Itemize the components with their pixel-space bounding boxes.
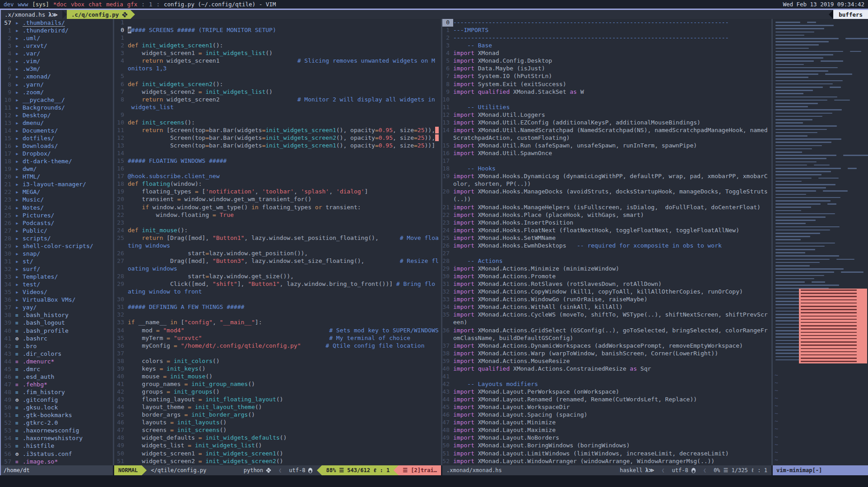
tree-file-item[interactable]: 50≡.gksu.lock <box>0 404 113 411</box>
tab-xmonad-hs[interactable]: .x/xmonad.hs λ≫ <box>0 10 62 19</box>
code-line[interactable]: 10 <box>442 96 771 104</box>
code-line[interactable]: 35import XMonad.Actions.CycleWS (moveTo,… <box>442 311 771 319</box>
code-line[interactable]: 39import XMonad.Actions.MouseResize <box>442 358 771 365</box>
code-line[interactable]: 5import XMonad.Config.Desktop <box>442 57 771 65</box>
code-line[interactable]: 27 Drag([mod], "Button3", lazy.window.se… <box>114 257 441 265</box>
code-line[interactable]: 26import XMonad.Hooks.EwmhDesktops -- re… <box>442 242 771 250</box>
code-line[interactable]: 13import XMonad.Util.EZConfig (additiona… <box>442 119 771 127</box>
code-line[interactable]: 30 <box>114 296 441 303</box>
code-line[interactable]: 18def floating(window): <box>114 180 441 188</box>
code-line[interactable]: 7import System.IO (hPutStrLn) <box>442 73 771 80</box>
code-line[interactable]: 47import XMonad.Layout.Minimize <box>442 419 771 427</box>
code-line[interactable]: 11 -- Utilities <box>442 104 771 111</box>
code-line[interactable]: 43 floating_layout = init_floating_layou… <box>114 396 441 404</box>
code-line[interactable]: een) <box>442 319 771 326</box>
code-line[interactable]: 38 colors = init_colors() <box>114 358 441 365</box>
code-line[interactable]: 34 mod = "mod4" # Sets mod key to SUPER/… <box>114 327 441 335</box>
code-line[interactable]: 36import XMonad.Actions.GridSelect (GSCo… <box>442 327 771 335</box>
vim-command-line[interactable] <box>0 475 868 487</box>
code-line[interactable]: 48import XMonad.Layout.Maximize <box>442 427 771 434</box>
code-line[interactable]: 51import XMonad.Layout.LimitWindows (lim… <box>442 450 771 458</box>
code-line[interactable]: olor, shorten, PP(..)) <box>442 180 771 188</box>
tree-folder-item[interactable]: 9▸.zoom/ <box>0 88 113 96</box>
code-line[interactable]: 4 return widgets_screen1 # Slicing remov… <box>114 57 441 65</box>
code-line[interactable]: 8 return widgets_screen2 # Monitor 2 wil… <box>114 96 441 104</box>
code-line[interactable]: 40 mouse = init_mouse() <box>114 373 441 381</box>
code-line[interactable]: 50import XMonad.Layout.BoringWindows (bo… <box>442 442 771 450</box>
code-line[interactable]: 10def init_screens(): <box>114 119 441 127</box>
workspace-tag[interactable]: chat <box>88 1 102 8</box>
tree-folder-item[interactable]: 11▸Backgrounds/ <box>0 104 113 111</box>
code-line[interactable]: 45 border_args = init_border_args() <box>114 411 441 419</box>
code-line[interactable]: 23import XMonad.Hooks.InsertPosition <box>442 219 771 227</box>
code-line[interactable]: 23 <box>114 219 441 227</box>
code-line[interactable]: 14import XMonad.Util.NamedScratchpad (Na… <box>442 127 771 134</box>
code-line[interactable]: 29 Click([mod, "shift"], "Button1", lazy… <box>114 280 441 288</box>
tree-folder-item[interactable]: 57▸.thumbnails/ <box>0 19 113 27</box>
minimap-viewport[interactable] <box>799 289 867 363</box>
code-line[interactable]: ScratchpadAction, customFloating) <box>442 134 771 142</box>
tree-folder-item[interactable]: 32▸surf/ <box>0 265 113 273</box>
code-line[interactable]: 26 start=lazy.window.get_position()), <box>114 250 441 257</box>
code-line[interactable]: 6def init_widgets_screen2(): <box>114 81 441 88</box>
tree-folder-item[interactable]: 1▸.thunderbird/ <box>0 27 113 34</box>
tree-file-item[interactable]: 43≡.dir_colors <box>0 350 113 358</box>
code-line[interactable]: 46 layouts = init_layouts() <box>114 419 441 427</box>
code-line[interactable]: 40import qualified XMonad.Actions.Constr… <box>442 365 771 373</box>
tree-file-item[interactable]: 46≡.esd_auth <box>0 373 113 381</box>
code-line[interactable]: 3 -- Base <box>442 42 771 50</box>
code-line[interactable]: 43import XMonad.Layout.PerWorkspace (onW… <box>442 388 771 396</box>
tree-folder-item[interactable]: 16▸Downloads/ <box>0 142 113 150</box>
code-line[interactable]: 14 <box>114 150 441 157</box>
code-line[interactable]: 2def init_widgets_screen1(): <box>114 42 441 50</box>
code-line[interactable]: 9import qualified XMonad.StackSet as W <box>442 88 771 96</box>
code-line[interactable]: 45import XMonad.Layout.WorkspaceDir <box>442 404 771 411</box>
code-line[interactable]: 37import XMonad.Actions.DynamicWorkspace… <box>442 342 771 350</box>
tree-folder-item[interactable]: 7▸.xmonad/ <box>0 73 113 80</box>
tree-folder-item[interactable]: 30▸snap/ <box>0 250 113 257</box>
tree-file-item[interactable]: 49⚙.gitconfig <box>0 396 113 404</box>
tree-folder-item[interactable]: 2▸.uml/ <box>0 34 113 42</box>
code-line[interactable]: 41 group_names = init_group_names() <box>114 381 441 388</box>
tree-folder-item[interactable]: 13▸dmenu/ <box>0 119 113 127</box>
code-line[interactable]: 24def init_mouse(): <box>114 227 441 234</box>
tree-folder-item[interactable]: 8▸.yarn/ <box>0 81 113 88</box>
workspace-tag[interactable]: dev <box>4 1 14 8</box>
tree-folder-item[interactable]: 34▸test/ <box>0 280 113 288</box>
tree-folder-item[interactable]: 5▸.vim/ <box>0 57 113 65</box>
code-line[interactable]: 50 widgets_screen1 = init_widgets_screen… <box>114 450 441 458</box>
code-line[interactable]: 5 <box>114 73 441 80</box>
tree-file-item[interactable]: 48≡.fim_history <box>0 388 113 396</box>
tree-file-item[interactable]: 39≡.bash_logout <box>0 319 113 326</box>
code-line[interactable]: 25 return [Drag([mod], "Button1", lazy.w… <box>114 234 441 242</box>
code-line[interactable]: 1 <box>114 34 441 42</box>
code-line[interactable]: 42 groups = init_groups() <box>114 388 441 396</box>
code-line[interactable]: 20import XMonad.Hooks.ManageDocks (avoid… <box>442 188 771 196</box>
code-line[interactable]: 17 <box>442 157 771 165</box>
code-line[interactable]: 36 myConfig = "/home/dt/.config/qtile/co… <box>114 342 441 350</box>
code-line[interactable]: 28 start=lazy.window.get_size()), <box>114 273 441 280</box>
workspace-tag[interactable]: vbox <box>71 1 84 8</box>
code-line[interactable]: 16 <box>114 165 441 173</box>
workspace-tag[interactable]: 1 <box>149 1 153 8</box>
code-line[interactable]: 24import XMonad.Hooks.FloatNext (floatNe… <box>442 227 771 234</box>
tree-file-item[interactable]: 55≡.histfile <box>0 442 113 450</box>
code-line[interactable]: 25import XMonad.Hooks.SetWMName <box>442 234 771 242</box>
code-line[interactable]: 41 <box>442 373 771 381</box>
tree-folder-item[interactable]: 4▸.var/ <box>0 50 113 57</box>
code-line[interactable]: 19 floating_types = ['notification', 'to… <box>114 188 441 196</box>
tree-folder-item[interactable]: 31▸st/ <box>0 257 113 265</box>
code-line[interactable]: 7 widgets_screen2 = init_widgets_list() <box>114 88 441 96</box>
code-line[interactable]: 47 screens = init_screens() <box>114 427 441 434</box>
code-line[interactable]: 16import XMonad.Util.SpawnOnce <box>442 150 771 157</box>
code-line[interactable]: (..)) <box>442 196 771 203</box>
code-line[interactable]: 0##### SCREENS ##### (TRIPLE MONITOR SET… <box>114 27 441 34</box>
code-line[interactable]: ting windows <box>114 242 441 250</box>
tree-folder-item[interactable]: 18▸dt-dark-theme/ <box>0 157 113 165</box>
tree-folder-item[interactable]: 14▸Documents/ <box>0 127 113 134</box>
tab-config-py[interactable]: .c/q/config.py <box>67 10 130 19</box>
workspace-tag[interactable]: config.py (~/.config/qtile) - VIM <box>164 1 276 8</box>
code-line[interactable]: 0---------------------------------------… <box>442 19 771 27</box>
workspace-tag[interactable]: gfx <box>127 1 138 8</box>
code-line[interactable]: 31##### DEFINING A FEW THINGS ##### <box>114 303 441 311</box>
